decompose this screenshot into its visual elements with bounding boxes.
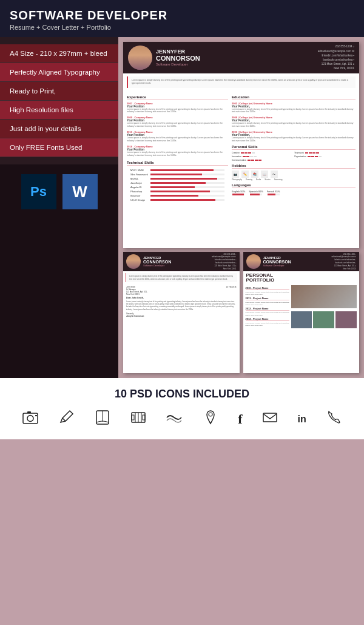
portfolio-projects-text: 2010 - Project Name Lorem ipsum is simpl… bbox=[246, 285, 289, 362]
pin-icon bbox=[202, 409, 219, 430]
skill-communication: Communication bbox=[232, 159, 293, 161]
exp-entry-4: 2016 - Company Name Your Position Lorem … bbox=[127, 145, 228, 157]
camera-icon bbox=[22, 409, 39, 430]
portfolio-title-block: PERSONALPORTFOLIO bbox=[243, 271, 360, 284]
feature-a4: A4 Size - 210 x 297mm + bleed bbox=[0, 44, 118, 63]
mini-intro-1: Lorem ipsum is simply dummy text of the … bbox=[126, 273, 237, 282]
portfolio-preview: JENNYFER CONNORSON Software Developer 20… bbox=[243, 252, 360, 373]
film-icon bbox=[130, 409, 147, 430]
left-panel: A4 Size - 210 x 297mm + bleed Perfectly … bbox=[0, 37, 118, 378]
mail-icon bbox=[261, 409, 278, 430]
skill-innovative: Innovative bbox=[232, 155, 293, 158]
icon-facebook: f bbox=[238, 411, 242, 427]
icon-phone bbox=[325, 409, 342, 430]
resume-name-block: JENNYFER CONNORSON Software Developer bbox=[156, 49, 314, 67]
icon-waves bbox=[166, 409, 183, 430]
svg-rect-13 bbox=[263, 413, 277, 422]
portfolio-body: 2010 - Project Name Lorem ipsum is simpl… bbox=[243, 284, 360, 363]
icon-mail bbox=[261, 409, 278, 430]
feature-hires: High Resolution files bbox=[0, 101, 118, 120]
resume-contact: 202-555-1234 ♪ adriankeard@example.com ✉… bbox=[318, 44, 354, 70]
photoshop-icon: Ps bbox=[21, 174, 56, 209]
education-title: Education bbox=[232, 95, 356, 100]
portfolio-label: PERSONALPORTFOLIO bbox=[246, 273, 357, 283]
tech-skills: MVC / MVM Slim Framework MySQL Java bbox=[127, 167, 228, 204]
languages-row: English 95% Spanish 80% French 65% bbox=[232, 190, 356, 195]
page-header: SOFTWARE DEVELOPER Resume + Cover Letter… bbox=[0, 0, 364, 37]
skill-slim: Slim Framework bbox=[130, 173, 224, 176]
resume-body: Experience 2007 - Company Name Your Posi… bbox=[123, 90, 359, 249]
skill-angular: AngularJS bbox=[130, 186, 224, 189]
icon-linkedin: in bbox=[298, 414, 306, 425]
software-icons: Ps W bbox=[0, 164, 118, 215]
double-preview-row: JENNYFER CONNORSON Software Developer 20… bbox=[123, 252, 359, 373]
lang-english: English 95% bbox=[232, 190, 245, 195]
mini-name-block-1: JENNYFER CONNORSON Software Developer bbox=[143, 256, 171, 267]
skill-mysql: MySQL bbox=[130, 177, 224, 180]
icons-row: f in bbox=[12, 409, 352, 430]
hobbies-title: Hobbies bbox=[232, 164, 356, 169]
hobbies-labels: PhotographyDrawingBooksStoriesSwimming bbox=[232, 178, 356, 181]
portfolio-img-main bbox=[291, 285, 357, 308]
hobby-drawing: ✏️ bbox=[241, 171, 249, 178]
icon-pencil bbox=[58, 409, 75, 430]
svg-point-1 bbox=[27, 416, 33, 422]
word-icon: W bbox=[62, 174, 98, 209]
icon-film bbox=[130, 409, 147, 430]
main-content: A4 Size - 210 x 297mm + bleed Perfectly … bbox=[0, 37, 364, 378]
svg-rect-2 bbox=[27, 411, 31, 413]
skill-organization: Organization bbox=[294, 155, 356, 158]
languages-title: Languages bbox=[232, 183, 356, 188]
portfolio-images bbox=[291, 285, 357, 362]
lang-french: French 65% bbox=[267, 190, 280, 195]
page-title: SOFTWARE DEVELOPER bbox=[10, 8, 354, 22]
resume-education-col: Education 2005 | College (or) University… bbox=[232, 93, 356, 249]
mini-header-1: JENNYFER CONNORSON Software Developer 20… bbox=[123, 252, 240, 271]
exp-entry-3: 2011 - Company Name Your Position Lorem … bbox=[127, 130, 228, 143]
skill-creative: Creative bbox=[232, 152, 293, 154]
resume-preview-main: JENNYFER CONNORSON Software Developer 20… bbox=[123, 42, 359, 248]
skill-js: JavaScript bbox=[130, 181, 224, 184]
cover-letter-preview: JENNYFER CONNORSON Software Developer 20… bbox=[123, 252, 240, 373]
exp-entry-1: 2007 - Company Name Your Position Lorem … bbox=[127, 102, 228, 114]
exp-entry-2: 2009 - Company Name Your Position Lorem … bbox=[127, 116, 228, 128]
portfolio-img-grid bbox=[291, 311, 357, 362]
page-subtitle: Resume + Cover Letter + Portfolio bbox=[10, 24, 354, 31]
hobby-swimming: 〜 bbox=[271, 171, 278, 178]
portfolio-img-3 bbox=[313, 311, 334, 328]
resume-intro: Lorem ipsum is simply dummy text of the … bbox=[123, 73, 359, 90]
icon-camera bbox=[22, 409, 39, 430]
feature-typo: Perfectly Aligned Typography bbox=[0, 63, 118, 82]
features-list: A4 Size - 210 x 297mm + bleed Perfectly … bbox=[0, 37, 118, 164]
resume-experience-col: Experience 2007 - Company Name Your Posi… bbox=[127, 93, 228, 249]
resume-first-name: JENNYFER bbox=[156, 49, 314, 55]
resume-last-name: CONNORSON bbox=[156, 55, 314, 62]
icons-section: 10 PSD ICONS INCLUDED bbox=[0, 378, 364, 439]
skill-ux: UI,UX Design bbox=[130, 198, 224, 201]
preview-area: JENNYFER CONNORSON Software Developer 20… bbox=[118, 37, 364, 378]
lang-spanish: Spanish 80% bbox=[249, 190, 263, 195]
hobbies-icons: 📷 ✏️ 📚 📖 〜 bbox=[232, 171, 356, 178]
tech-skills-title: Technical Skills bbox=[127, 161, 228, 166]
skill-photoshop: Photoshop bbox=[130, 190, 224, 193]
phone-icon bbox=[325, 409, 342, 430]
mini-photo-2 bbox=[246, 254, 261, 269]
linkedin-icon: in bbox=[298, 414, 306, 425]
resume-photo bbox=[128, 46, 152, 70]
hobby-photography: 📷 bbox=[232, 171, 239, 178]
svg-rect-0 bbox=[23, 413, 38, 424]
feature-fonts: Only FREE Fonts Used bbox=[0, 138, 118, 157]
facebook-icon: f bbox=[238, 411, 242, 427]
skill-teamwork: Teamwork bbox=[294, 152, 356, 154]
edu-entry-1: 2005 | College (or) University Name Your… bbox=[232, 102, 356, 114]
personal-skills-grid: Creative Teamwork Innovati bbox=[232, 152, 356, 161]
portfolio-header: JENNYFER CONNORSON Software Developer 20… bbox=[243, 252, 360, 271]
mini-photo-1 bbox=[126, 254, 141, 269]
svg-rect-3 bbox=[35, 415, 37, 416]
pencil-icon bbox=[58, 409, 75, 430]
portfolio-img-2 bbox=[291, 311, 312, 328]
hobby-books: 📚 bbox=[251, 171, 258, 178]
resume-header: JENNYFER CONNORSON Software Developer 20… bbox=[123, 42, 359, 73]
portfolio-img-4 bbox=[335, 311, 357, 328]
feature-add: Just add in your details bbox=[0, 120, 118, 138]
